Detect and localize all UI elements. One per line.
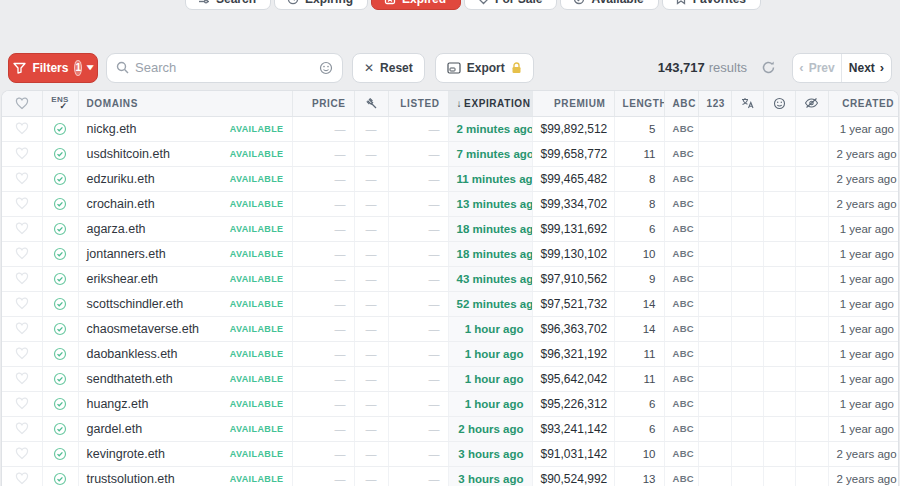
table-row[interactable]: agarza.eth AVAILABLE — — — 18 minutes ag… [2, 216, 899, 241]
tab-search[interactable]: Search [185, 0, 271, 10]
hidden-cell [795, 266, 828, 291]
tab-available[interactable]: Available [560, 0, 658, 10]
emoji-picker-icon[interactable] [319, 61, 333, 75]
column-favorite[interactable] [2, 91, 42, 116]
column-premium[interactable]: PREMIUM [532, 91, 614, 116]
domain-name[interactable]: kevingrote.eth [87, 447, 166, 461]
export-button[interactable]: Export [435, 53, 534, 83]
table-row[interactable]: huangz.eth AVAILABLE — — — 1 hour ago $9… [2, 391, 899, 416]
column-123[interactable]: 123 [698, 91, 731, 116]
table-row[interactable]: jontanners.eth AVAILABLE — — — 18 minute… [2, 241, 899, 266]
favorite-cell[interactable] [2, 391, 42, 416]
table-row[interactable]: usdshitcoin.eth AVAILABLE — — — 7 minute… [2, 141, 899, 166]
column-auction[interactable] [354, 91, 388, 116]
domain-cell[interactable]: crochain.eth AVAILABLE [78, 191, 292, 216]
domain-cell[interactable]: trustsolution.eth AVAILABLE [78, 466, 292, 486]
table-row[interactable]: scottschindler.eth AVAILABLE — — — 52 mi… [2, 291, 899, 316]
domain-cell[interactable]: gardel.eth AVAILABLE [78, 416, 292, 441]
tab-for-sale[interactable]: For Sale [464, 0, 557, 10]
column-price[interactable]: PRICE [292, 91, 354, 116]
favorite-cell[interactable] [2, 141, 42, 166]
domain-name[interactable]: agarza.eth [87, 222, 146, 236]
favorite-cell[interactable] [2, 341, 42, 366]
table-row[interactable]: crochain.eth AVAILABLE — — — 13 minutes … [2, 191, 899, 216]
domain-name[interactable]: jontanners.eth [87, 247, 166, 261]
created-cell: 2 years ago [828, 191, 899, 216]
domain-name[interactable]: daobankless.eth [87, 347, 178, 361]
domain-name[interactable]: nickg.eth [87, 122, 137, 136]
table-row[interactable]: edzuriku.eth AVAILABLE — — — 11 minutes … [2, 166, 899, 191]
domain-cell[interactable]: agarza.eth AVAILABLE [78, 216, 292, 241]
domain-cell[interactable]: chaosmetaverse.eth AVAILABLE [78, 316, 292, 341]
column-listed[interactable]: LISTED [388, 91, 448, 116]
column-length[interactable]: LENGTH [614, 91, 664, 116]
domain-cell[interactable]: erikshear.eth AVAILABLE [78, 266, 292, 291]
column-translate[interactable] [731, 91, 763, 116]
domain-name[interactable]: usdshitcoin.eth [87, 147, 170, 161]
domain-name[interactable]: huangz.eth [87, 397, 149, 411]
heart-icon [10, 147, 34, 160]
favorite-cell[interactable] [2, 241, 42, 266]
domain-name[interactable]: erikshear.eth [87, 272, 159, 286]
tab-expiring[interactable]: Expiring [274, 0, 368, 10]
column-hidden[interactable] [795, 91, 828, 116]
favorite-cell[interactable] [2, 116, 42, 141]
next-button[interactable]: Next › [842, 54, 891, 82]
table-row[interactable]: nickg.eth AVAILABLE — — — 2 minutes ago … [2, 116, 899, 141]
availability-badge: AVAILABLE [230, 374, 284, 384]
length-cell: 8 [614, 191, 664, 216]
table-row[interactable]: gardel.eth AVAILABLE — — — 2 hours ago $… [2, 416, 899, 441]
domain-name[interactable]: crochain.eth [87, 197, 155, 211]
domain-cell[interactable]: daobankless.eth AVAILABLE [78, 341, 292, 366]
domain-name[interactable]: edzuriku.eth [87, 172, 155, 186]
refresh-icon[interactable] [761, 60, 776, 75]
favorite-cell[interactable] [2, 466, 42, 486]
favorite-cell[interactable] [2, 291, 42, 316]
domain-name[interactable]: sendthateth.eth [87, 372, 173, 386]
domain-cell[interactable]: edzuriku.eth AVAILABLE [78, 166, 292, 191]
favorite-cell[interactable] [2, 166, 42, 191]
domain-cell[interactable]: jontanners.eth AVAILABLE [78, 241, 292, 266]
filters-button[interactable]: Filters 1 ▾ [8, 53, 98, 83]
abc-cell: ABC [664, 266, 698, 291]
reset-button[interactable]: ✕ Reset [352, 53, 425, 83]
tab-expired[interactable]: Expired [371, 0, 461, 10]
table-row[interactable]: trustsolution.eth AVAILABLE — — — 3 hour… [2, 466, 899, 486]
table-row[interactable]: kevingrote.eth AVAILABLE — — — 3 hours a… [2, 441, 899, 466]
length-cell: 5 [614, 116, 664, 141]
domain-name[interactable]: scottschindler.eth [87, 297, 184, 311]
column-expiration[interactable]: ↓EXPIRATION [448, 91, 532, 116]
favorite-cell[interactable] [2, 316, 42, 341]
domain-cell[interactable]: nickg.eth AVAILABLE [78, 116, 292, 141]
domain-name[interactable]: gardel.eth [87, 422, 143, 436]
favorite-cell[interactable] [2, 366, 42, 391]
table-row[interactable]: sendthateth.eth AVAILABLE — — — 1 hour a… [2, 366, 899, 391]
domain-name[interactable]: chaosmetaverse.eth [87, 322, 200, 336]
favorite-cell[interactable] [2, 441, 42, 466]
toolbar: Filters 1 ▾ ✕ Reset Export 143,717result… [0, 52, 900, 83]
favorite-cell[interactable] [2, 416, 42, 441]
table-row[interactable]: daobankless.eth AVAILABLE — — — 1 hour a… [2, 341, 899, 366]
check-circle-icon [51, 397, 70, 411]
favorite-cell[interactable] [2, 216, 42, 241]
table-row[interactable]: chaosmetaverse.eth AVAILABLE — — — 1 hou… [2, 316, 899, 341]
column-ens[interactable]: ENS ✓ [42, 91, 78, 116]
domain-name[interactable]: trustsolution.eth [87, 472, 175, 486]
domain-cell[interactable]: scottschindler.eth AVAILABLE [78, 291, 292, 316]
column-domains[interactable]: DOMAINS [78, 91, 292, 116]
column-abc[interactable]: ABC [664, 91, 698, 116]
price-cell: — [292, 316, 354, 341]
favorite-cell[interactable] [2, 191, 42, 216]
domain-cell[interactable]: usdshitcoin.eth AVAILABLE [78, 141, 292, 166]
tab-favorites[interactable]: Favorites [662, 0, 761, 10]
column-created[interactable]: CREATED [828, 91, 899, 116]
search-input[interactable] [135, 60, 313, 75]
domain-cell[interactable]: sendthateth.eth AVAILABLE [78, 366, 292, 391]
prev-button[interactable]: ‹ Prev [793, 54, 842, 82]
heart-icon [10, 397, 34, 410]
table-row[interactable]: erikshear.eth AVAILABLE — — — 43 minutes… [2, 266, 899, 291]
domain-cell[interactable]: kevingrote.eth AVAILABLE [78, 441, 292, 466]
domain-cell[interactable]: huangz.eth AVAILABLE [78, 391, 292, 416]
column-emoji[interactable] [763, 91, 795, 116]
favorite-cell[interactable] [2, 266, 42, 291]
